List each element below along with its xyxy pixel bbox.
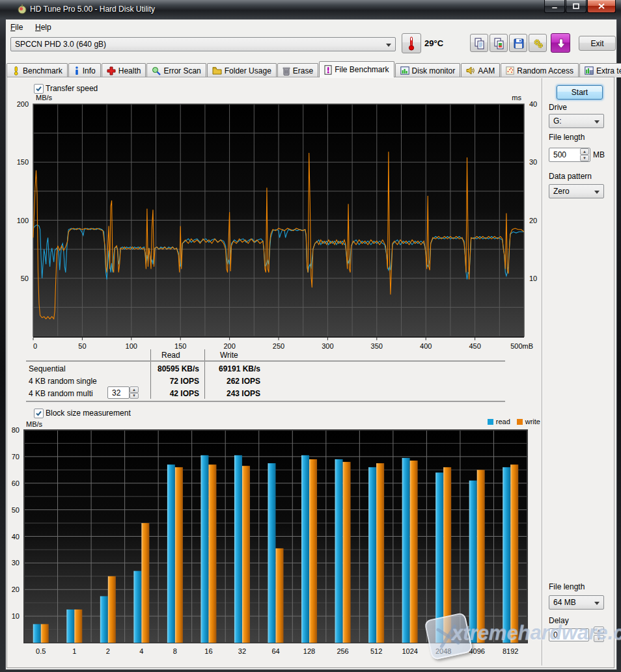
- svg-text:350: 350: [371, 342, 383, 350]
- tab-aam[interactable]: AAM: [461, 63, 500, 77]
- disk-monitor-icon: [400, 66, 409, 75]
- svg-text:300: 300: [322, 342, 333, 350]
- svg-text:ms: ms: [512, 94, 521, 101]
- random-multi-write-value: 243 IOPS: [207, 389, 260, 398]
- read-column-header: Read: [161, 351, 180, 360]
- svg-text:400: 400: [420, 342, 432, 350]
- queue-depth-spinbox[interactable]: 32: [107, 386, 130, 399]
- block-size-label: Block size measurement: [46, 409, 131, 418]
- block-file-length-combobox[interactable]: 64 MB: [549, 595, 604, 610]
- erase-icon: [283, 66, 290, 75]
- menu-bar: File Help: [7, 20, 614, 34]
- queue-depth-spinner[interactable]: ▲▼: [130, 386, 139, 399]
- minimize-button[interactable]: [544, 0, 565, 13]
- drive-select-combobox[interactable]: SPCCN PHD 3.0 (640 gB): [10, 37, 396, 51]
- block-size-checkbox[interactable]: [34, 409, 44, 418]
- svg-text:450: 450: [469, 342, 480, 350]
- svg-text:128: 128: [303, 647, 315, 655]
- tab-error-scan[interactable]: Error Scan: [146, 63, 206, 77]
- svg-text:20: 20: [12, 585, 20, 593]
- gear-icon: [532, 38, 544, 49]
- hd-tune-window: HD Tune Pro 5.00 - Hard Disk Utility Fil…: [0, 0, 621, 672]
- svg-text:32: 32: [238, 647, 246, 655]
- svg-text:64: 64: [271, 647, 279, 655]
- spin-down-icon[interactable]: ▼: [130, 393, 139, 399]
- svg-text:256: 256: [337, 647, 348, 655]
- download-button[interactable]: [551, 33, 570, 53]
- tab-benchmark[interactable]: Benchmark: [7, 63, 68, 77]
- transfer-speed-chart: 5010015020010203040MB/sms050100150200250…: [0, 91, 621, 353]
- svg-text:30: 30: [12, 559, 20, 567]
- svg-text:150: 150: [17, 158, 29, 166]
- svg-text:70: 70: [12, 453, 20, 461]
- app-icon: [17, 4, 27, 14]
- spin-up-icon[interactable]: ▲: [130, 386, 139, 393]
- tab-extra-tests[interactable]: Extra tests: [579, 63, 621, 77]
- svg-text:60: 60: [12, 479, 20, 487]
- tab-info[interactable]: Info: [68, 63, 101, 77]
- svg-text:100: 100: [126, 342, 137, 350]
- window-title: HD Tune Pro 5.00 - Hard Disk Utility: [30, 5, 155, 14]
- table-rule-bottom: [26, 401, 505, 402]
- file-benchmark-icon: [324, 65, 332, 75]
- svg-text:250: 250: [273, 342, 284, 350]
- svg-text:0: 0: [33, 342, 37, 350]
- check-icon: [35, 410, 42, 417]
- tab-folder-usage[interactable]: Folder Usage: [207, 63, 277, 77]
- svg-text:20: 20: [529, 217, 537, 224]
- copy-text-button[interactable]: [470, 34, 488, 52]
- save-icon: [513, 38, 525, 49]
- aam-speaker-icon: [466, 66, 475, 75]
- svg-text:8192: 8192: [503, 647, 518, 655]
- svg-text:150: 150: [174, 342, 186, 350]
- svg-text:MB/s: MB/s: [36, 94, 53, 101]
- svg-text:512: 512: [370, 647, 382, 655]
- row-random-single-label: 4 KB random single: [29, 377, 97, 386]
- svg-text:MB/s: MB/s: [26, 420, 43, 428]
- write-column-header: Write: [220, 351, 238, 360]
- svg-text:500mB: 500mB: [510, 342, 533, 350]
- title-bar[interactable]: HD Tune Pro 5.00 - Hard Disk Utility: [0, 0, 621, 19]
- random-single-write-value: 262 IOPS: [207, 377, 260, 386]
- tab-file-benchmark[interactable]: File Benchmark: [319, 61, 394, 77]
- svg-text:0.5: 0.5: [36, 647, 46, 655]
- close-button[interactable]: [587, 0, 616, 13]
- table-rule-top: [26, 360, 505, 362]
- tab-strip: Benchmark Info Health Error Scan Folder …: [7, 62, 614, 77]
- svg-text:1024: 1024: [402, 647, 417, 655]
- tab-random-access[interactable]: Random Access: [501, 63, 579, 77]
- random-single-read-value: 72 IOPS: [104, 377, 199, 386]
- temperature-value: 29°C: [424, 38, 443, 48]
- temperature-button[interactable]: [402, 33, 421, 53]
- drive-select-value: SPCCN PHD 3.0 (640 gB): [15, 40, 106, 49]
- save-button[interactable]: [509, 34, 527, 52]
- svg-text:50: 50: [21, 275, 29, 282]
- svg-text:30: 30: [529, 158, 537, 166]
- svg-text:40: 40: [529, 100, 537, 108]
- tab-erase[interactable]: Erase: [277, 63, 318, 77]
- row-random-multi-label: 4 KB random multi: [29, 389, 93, 398]
- svg-text:50: 50: [78, 342, 86, 350]
- copy-text-icon: [474, 38, 486, 49]
- menu-help[interactable]: Help: [35, 23, 51, 32]
- table-divider: [204, 349, 205, 399]
- svg-text:80: 80: [12, 426, 20, 434]
- svg-text:200: 200: [17, 100, 29, 108]
- block-file-length-label: File length: [549, 582, 585, 591]
- options-button[interactable]: [529, 34, 547, 52]
- extra-tests-icon: [585, 66, 594, 75]
- exit-button[interactable]: Exit: [579, 36, 616, 51]
- maximize-button[interactable]: [566, 0, 586, 13]
- tab-disk-monitor[interactable]: Disk monitor: [395, 63, 461, 77]
- copy-image-button[interactable]: [490, 34, 508, 52]
- svg-text:200: 200: [223, 342, 235, 350]
- svg-text:50: 50: [12, 506, 20, 514]
- copy-image-icon: [493, 38, 505, 49]
- row-sequential-label: Sequential: [29, 364, 66, 373]
- svg-text:1: 1: [72, 647, 76, 655]
- svg-text:4: 4: [139, 647, 143, 655]
- svg-text:8: 8: [173, 647, 177, 655]
- menu-file[interactable]: File: [10, 23, 23, 32]
- tab-health[interactable]: Health: [102, 63, 146, 77]
- svg-text:16: 16: [204, 647, 212, 655]
